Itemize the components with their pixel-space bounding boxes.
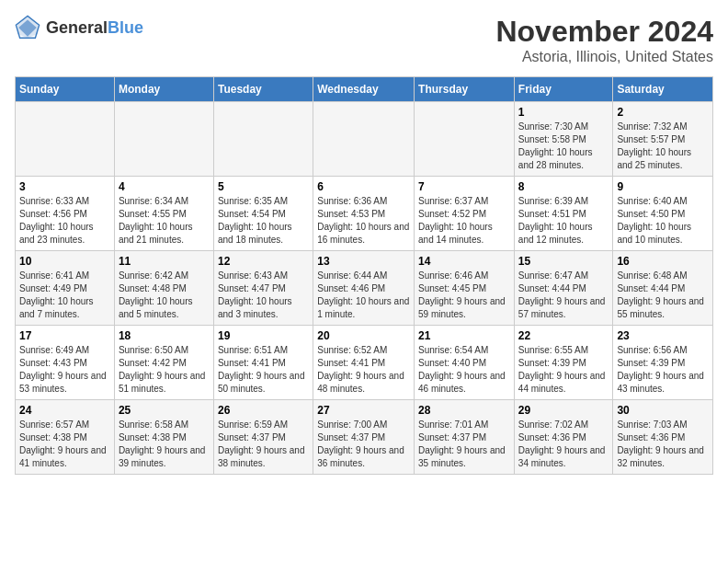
col-monday: Monday bbox=[114, 77, 213, 102]
day-number: 14 bbox=[418, 255, 510, 268]
day-number: 18 bbox=[119, 329, 210, 342]
day-info: Sunrise: 6:35 AM Sunset: 4:54 PM Dayligh… bbox=[218, 195, 309, 247]
col-saturday: Saturday bbox=[613, 77, 713, 102]
day-info: Sunrise: 6:36 AM Sunset: 4:53 PM Dayligh… bbox=[317, 195, 410, 247]
day-number: 19 bbox=[218, 329, 309, 342]
calendar-cell: 4Sunrise: 6:34 AM Sunset: 4:55 PM Daylig… bbox=[114, 177, 213, 251]
header: GeneralBlue November 2024 Astoria, Illin… bbox=[15, 15, 713, 65]
calendar-cell: 19Sunrise: 6:51 AM Sunset: 4:41 PM Dayli… bbox=[213, 326, 313, 400]
day-info: Sunrise: 6:34 AM Sunset: 4:55 PM Dayligh… bbox=[119, 195, 210, 247]
calendar-cell: 29Sunrise: 7:02 AM Sunset: 4:36 PM Dayli… bbox=[514, 400, 613, 475]
day-number: 26 bbox=[218, 404, 309, 417]
day-info: Sunrise: 6:47 AM Sunset: 4:44 PM Dayligh… bbox=[518, 270, 609, 321]
day-number: 12 bbox=[218, 255, 309, 268]
calendar-cell: 6Sunrise: 6:36 AM Sunset: 4:53 PM Daylig… bbox=[313, 177, 415, 251]
calendar-cell: 30Sunrise: 7:03 AM Sunset: 4:36 PM Dayli… bbox=[613, 400, 713, 475]
calendar-cell: 11Sunrise: 6:42 AM Sunset: 4:48 PM Dayli… bbox=[114, 251, 213, 326]
logo: GeneralBlue bbox=[15, 15, 143, 40]
day-info: Sunrise: 6:39 AM Sunset: 4:51 PM Dayligh… bbox=[518, 195, 609, 247]
day-number: 7 bbox=[418, 180, 510, 193]
col-tuesday: Tuesday bbox=[213, 77, 313, 102]
calendar-cell: 14Sunrise: 6:46 AM Sunset: 4:45 PM Dayli… bbox=[415, 251, 515, 326]
day-number: 17 bbox=[19, 329, 110, 342]
calendar-table: Sunday Monday Tuesday Wednesday Thursday… bbox=[15, 76, 713, 475]
day-info: Sunrise: 6:41 AM Sunset: 4:49 PM Dayligh… bbox=[19, 270, 110, 321]
day-number: 8 bbox=[518, 180, 609, 193]
day-info: Sunrise: 6:44 AM Sunset: 4:46 PM Dayligh… bbox=[317, 270, 410, 321]
calendar-cell: 23Sunrise: 6:56 AM Sunset: 4:39 PM Dayli… bbox=[613, 326, 713, 400]
calendar-cell: 17Sunrise: 6:49 AM Sunset: 4:43 PM Dayli… bbox=[16, 326, 115, 400]
calendar-cell: 20Sunrise: 6:52 AM Sunset: 4:41 PM Dayli… bbox=[313, 326, 415, 400]
calendar-cell: 27Sunrise: 7:00 AM Sunset: 4:37 PM Dayli… bbox=[313, 400, 415, 475]
day-info: Sunrise: 7:00 AM Sunset: 4:37 PM Dayligh… bbox=[317, 419, 410, 470]
day-info: Sunrise: 7:03 AM Sunset: 4:36 PM Dayligh… bbox=[617, 419, 709, 470]
day-number: 1 bbox=[518, 106, 609, 119]
col-sunday: Sunday bbox=[16, 77, 115, 102]
calendar-cell: 15Sunrise: 6:47 AM Sunset: 4:44 PM Dayli… bbox=[514, 251, 613, 326]
day-info: Sunrise: 6:48 AM Sunset: 4:44 PM Dayligh… bbox=[617, 270, 709, 321]
calendar-week-1: 1Sunrise: 7:30 AM Sunset: 5:58 PM Daylig… bbox=[16, 102, 713, 177]
calendar-body: 1Sunrise: 7:30 AM Sunset: 5:58 PM Daylig… bbox=[16, 102, 713, 475]
day-number: 25 bbox=[119, 404, 210, 417]
calendar-cell bbox=[114, 102, 213, 177]
calendar-cell: 28Sunrise: 7:01 AM Sunset: 4:37 PM Dayli… bbox=[415, 400, 515, 475]
calendar-header: Sunday Monday Tuesday Wednesday Thursday… bbox=[16, 77, 713, 102]
calendar-week-4: 17Sunrise: 6:49 AM Sunset: 4:43 PM Dayli… bbox=[16, 326, 713, 400]
calendar-cell: 5Sunrise: 6:35 AM Sunset: 4:54 PM Daylig… bbox=[213, 177, 313, 251]
day-info: Sunrise: 7:01 AM Sunset: 4:37 PM Dayligh… bbox=[418, 419, 510, 470]
calendar-cell: 10Sunrise: 6:41 AM Sunset: 4:49 PM Dayli… bbox=[16, 251, 115, 326]
day-info: Sunrise: 6:58 AM Sunset: 4:38 PM Dayligh… bbox=[119, 419, 210, 470]
day-info: Sunrise: 7:32 AM Sunset: 5:57 PM Dayligh… bbox=[617, 121, 709, 172]
calendar-week-5: 24Sunrise: 6:57 AM Sunset: 4:38 PM Dayli… bbox=[16, 400, 713, 475]
day-info: Sunrise: 7:30 AM Sunset: 5:58 PM Dayligh… bbox=[518, 121, 609, 172]
day-number: 21 bbox=[418, 329, 510, 342]
day-info: Sunrise: 6:52 AM Sunset: 4:41 PM Dayligh… bbox=[317, 344, 410, 396]
calendar-cell: 9Sunrise: 6:40 AM Sunset: 4:50 PM Daylig… bbox=[613, 177, 713, 251]
day-number: 5 bbox=[218, 180, 309, 193]
calendar-cell: 13Sunrise: 6:44 AM Sunset: 4:46 PM Dayli… bbox=[313, 251, 415, 326]
day-info: Sunrise: 6:55 AM Sunset: 4:39 PM Dayligh… bbox=[518, 344, 609, 396]
calendar-cell: 1Sunrise: 7:30 AM Sunset: 5:58 PM Daylig… bbox=[514, 102, 613, 177]
calendar-cell bbox=[16, 102, 115, 177]
calendar-cell: 8Sunrise: 6:39 AM Sunset: 4:51 PM Daylig… bbox=[514, 177, 613, 251]
day-info: Sunrise: 6:57 AM Sunset: 4:38 PM Dayligh… bbox=[19, 419, 110, 470]
col-friday: Friday bbox=[514, 77, 613, 102]
day-number: 20 bbox=[317, 329, 410, 342]
logo-icon bbox=[15, 15, 40, 40]
day-info: Sunrise: 6:49 AM Sunset: 4:43 PM Dayligh… bbox=[19, 344, 110, 396]
subtitle: Astoria, Illinois, United States bbox=[495, 49, 713, 65]
calendar-cell: 3Sunrise: 6:33 AM Sunset: 4:56 PM Daylig… bbox=[16, 177, 115, 251]
day-number: 9 bbox=[617, 180, 709, 193]
day-number: 23 bbox=[617, 329, 709, 342]
calendar-cell: 21Sunrise: 6:54 AM Sunset: 4:40 PM Dayli… bbox=[415, 326, 515, 400]
day-info: Sunrise: 6:54 AM Sunset: 4:40 PM Dayligh… bbox=[418, 344, 510, 396]
calendar-cell: 24Sunrise: 6:57 AM Sunset: 4:38 PM Dayli… bbox=[16, 400, 115, 475]
day-number: 15 bbox=[518, 255, 609, 268]
day-number: 10 bbox=[19, 255, 110, 268]
logo-text: GeneralBlue bbox=[46, 18, 143, 38]
calendar-cell: 25Sunrise: 6:58 AM Sunset: 4:38 PM Dayli… bbox=[114, 400, 213, 475]
col-wednesday: Wednesday bbox=[313, 77, 415, 102]
day-info: Sunrise: 6:50 AM Sunset: 4:42 PM Dayligh… bbox=[119, 344, 210, 396]
day-info: Sunrise: 6:37 AM Sunset: 4:52 PM Dayligh… bbox=[418, 195, 510, 247]
col-thursday: Thursday bbox=[415, 77, 515, 102]
day-number: 13 bbox=[317, 255, 410, 268]
day-info: Sunrise: 6:51 AM Sunset: 4:41 PM Dayligh… bbox=[218, 344, 309, 396]
day-number: 22 bbox=[518, 329, 609, 342]
calendar-cell: 22Sunrise: 6:55 AM Sunset: 4:39 PM Dayli… bbox=[514, 326, 613, 400]
day-number: 29 bbox=[518, 404, 609, 417]
title-area: November 2024 Astoria, Illinois, United … bbox=[495, 15, 713, 65]
day-info: Sunrise: 6:40 AM Sunset: 4:50 PM Dayligh… bbox=[617, 195, 709, 247]
calendar-cell: 16Sunrise: 6:48 AM Sunset: 4:44 PM Dayli… bbox=[613, 251, 713, 326]
calendar-cell bbox=[213, 102, 313, 177]
day-number: 28 bbox=[418, 404, 510, 417]
day-number: 30 bbox=[617, 404, 709, 417]
day-info: Sunrise: 6:33 AM Sunset: 4:56 PM Dayligh… bbox=[19, 195, 110, 247]
day-info: Sunrise: 6:46 AM Sunset: 4:45 PM Dayligh… bbox=[418, 270, 510, 321]
main-title: November 2024 bbox=[495, 15, 713, 49]
calendar-cell bbox=[415, 102, 515, 177]
day-number: 3 bbox=[19, 180, 110, 193]
day-number: 2 bbox=[617, 106, 709, 119]
day-info: Sunrise: 6:42 AM Sunset: 4:48 PM Dayligh… bbox=[119, 270, 210, 321]
day-number: 6 bbox=[317, 180, 410, 193]
